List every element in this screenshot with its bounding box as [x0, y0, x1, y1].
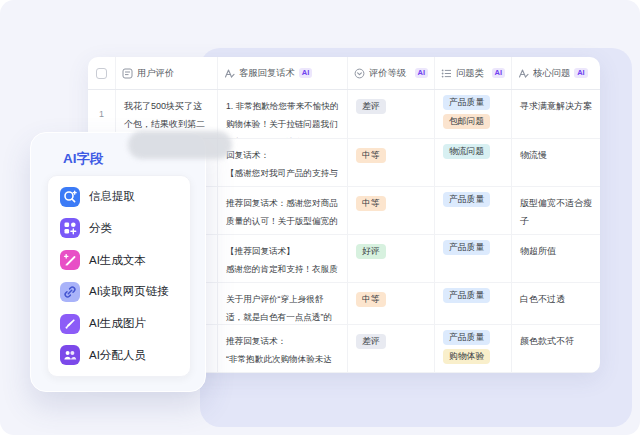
- core-issue-text: 版型偏宽不适合瘦子: [520, 198, 592, 226]
- problem-type-cell[interactable]: 产品质量: [435, 283, 512, 324]
- core-issue-cell[interactable]: 白色不过透: [512, 283, 600, 324]
- service-reply-cell[interactable]: 1. 非常抱歉给您带来不愉快的购物体验！关于拉链问题我们已紧急核查，现决定特批为…: [218, 90, 348, 138]
- ai-field-badge: AI: [492, 68, 506, 78]
- type-badge: 购物体验: [443, 349, 490, 364]
- rating-grade-cell[interactable]: 差评: [348, 325, 435, 372]
- problem-type-cell[interactable]: 物流问题: [435, 139, 512, 186]
- screenshot-root: 用户评价 客服回复话术 AI 评价等级... AI: [0, 0, 640, 435]
- rating-grade-cell[interactable]: 中等: [348, 283, 435, 324]
- menu-item-label: AI生成文本: [89, 253, 146, 268]
- rating-grade-cell[interactable]: 好评: [348, 235, 435, 282]
- redacted-cell-blur: [128, 131, 232, 159]
- grade-badge: 好评: [356, 244, 386, 259]
- ai-fields-title: AI字段: [63, 150, 104, 168]
- ai-read-weblink-icon: [60, 282, 80, 302]
- rating-grade-cell[interactable]: 中等: [348, 187, 435, 234]
- service-reply-cell[interactable]: 回复话术： 【感谢您对我司产品的支持与反馈！关于产品体验，我们很高兴您认可其性能…: [218, 139, 348, 186]
- ai-fields-menu: 信息提取 分类 AI生成文本 AI读取网页链接: [47, 175, 191, 377]
- menu-item-label: AI分配人员: [89, 348, 146, 363]
- column-header-rating-grade[interactable]: 评价等级... AI: [348, 57, 435, 89]
- service-reply-cell[interactable]: 推荐回复话术： “非常抱歉此次购物体验未达您的预期！我们已注意到您反馈的色差、款…: [218, 325, 348, 372]
- type-badge: 产品质量: [443, 330, 490, 345]
- column-label: 评价等级...: [369, 67, 407, 80]
- menu-item-ai-read-weblink[interactable]: AI读取网页链接: [48, 277, 190, 307]
- type-badge: 产品质量: [443, 288, 490, 303]
- reply-text: 推荐回复话术： “非常抱歉此次购物体验未达您的预期！我们已注意到您反馈的色差、款…: [226, 336, 338, 372]
- core-issue-cell[interactable]: 颜色款式不符: [512, 325, 600, 372]
- core-issue-text: 寻求满意解决方案: [520, 101, 592, 111]
- column-header-problem-type[interactable]: 问题类型 (... AI: [435, 57, 512, 89]
- core-issue-cell[interactable]: 物超所值: [512, 235, 600, 282]
- grade-badge: 中等: [356, 196, 386, 211]
- select-all-checkbox[interactable]: [96, 68, 107, 79]
- grade-badge: 中等: [356, 292, 386, 307]
- select-all-cell[interactable]: [88, 57, 116, 89]
- type-badge: 产品质量: [443, 95, 490, 110]
- service-reply-cell[interactable]: 关于用户评价“穿上身很舒适，就是白色有一点点透”的推荐回复话术： 【回复模板】 …: [218, 283, 348, 324]
- ai-fields-panel: AI字段 信息提取 分类 AI生成文本: [30, 132, 206, 392]
- core-issue-text: 物超所值: [520, 246, 556, 256]
- core-issue-text: 物流慢: [520, 150, 547, 160]
- problem-type-cell[interactable]: 产品质量包邮问题: [435, 90, 512, 138]
- grade-badge: 差评: [356, 334, 386, 349]
- multi-select-icon: [441, 68, 452, 79]
- ai-field-badge: AI: [299, 68, 313, 78]
- menu-item-label: 分类: [89, 221, 112, 236]
- service-reply-cell[interactable]: 推荐回复话术：感谢您对商品质量的认可！关于版型偏宽的问题，我们已记录，建议瘦型顾…: [218, 187, 348, 234]
- type-badge: 物流问题: [443, 144, 490, 159]
- single-select-icon: [354, 68, 365, 79]
- core-issue-cell[interactable]: 物流慢: [512, 139, 600, 186]
- menu-item-label: AI生成图片: [89, 316, 146, 331]
- ai-assign-people-icon: [60, 345, 80, 365]
- grade-badge: 差评: [356, 99, 386, 114]
- ai-text-field-icon: [224, 68, 235, 79]
- reply-text: 【推荐回复话术】 感谢您的肯定和支持！衣服质量是我们一直坚持的核心，能超出您的预…: [226, 246, 338, 282]
- core-issue-text: 白色不过透: [520, 294, 565, 304]
- menu-item-label: AI读取网页链接: [89, 284, 169, 299]
- column-label: 用户评价: [137, 67, 174, 80]
- menu-item-ai-assign-people[interactable]: AI分配人员: [48, 340, 190, 370]
- core-issue-cell[interactable]: 寻求满意解决方案: [512, 90, 600, 138]
- menu-item-ai-generate-image[interactable]: AI生成图片: [48, 309, 190, 339]
- ai-generate-image-icon: [60, 314, 80, 334]
- column-label: 核心问题: [533, 67, 570, 80]
- core-issue-cell[interactable]: 版型偏宽不适合瘦子: [512, 187, 600, 234]
- text-field-icon: [122, 68, 133, 79]
- problem-type-cell[interactable]: 产品质量购物体验: [435, 325, 512, 372]
- type-badge: 包邮问题: [443, 114, 490, 129]
- rating-grade-cell[interactable]: 中等: [348, 139, 435, 186]
- core-issue-text: 颜色款式不符: [520, 336, 574, 346]
- ai-field-badge: AI: [574, 68, 588, 78]
- column-label: 客服回复话术: [239, 67, 295, 80]
- menu-item-ai-generate-text[interactable]: AI生成文本: [48, 245, 190, 275]
- type-badge: 产品质量: [443, 240, 490, 255]
- column-header-core-issue[interactable]: 核心问题 AI: [512, 57, 600, 89]
- grade-badge: 中等: [356, 148, 386, 163]
- classify-icon: [60, 218, 80, 238]
- reply-text: 推荐回复话术：感谢您对商品质量的认可！关于版型偏宽的问题，我们已记录，建议瘦型顾…: [226, 198, 338, 234]
- reply-text: 回复话术： 【感谢您对我司产品的支持与反馈！关于产品体验，我们很高兴您认可其性能…: [226, 150, 338, 186]
- service-reply-cell[interactable]: 【推荐回复话术】 感谢您的肯定和支持！衣服质量是我们一直坚持的核心，能超出您的预…: [218, 235, 348, 282]
- ai-text-field-icon: [518, 68, 529, 79]
- problem-type-cell[interactable]: 产品质量: [435, 187, 512, 234]
- reply-text: 关于用户评价“穿上身很舒适，就是白色有一点点透”的推荐回复话术： 【回复模板】 …: [226, 294, 332, 324]
- table-header-row: 用户评价 客服回复话术 AI 评价等级... AI: [88, 57, 600, 90]
- type-badge: 产品质量: [443, 192, 490, 207]
- column-header-service-reply[interactable]: 客服回复话术 AI: [218, 57, 348, 89]
- info-extract-icon: [60, 187, 80, 207]
- row-number: 1: [99, 95, 104, 133]
- menu-item-label: 信息提取: [89, 189, 135, 204]
- column-header-user-review[interactable]: 用户评价: [116, 57, 218, 89]
- menu-item-classify[interactable]: 分类: [48, 213, 190, 243]
- row-number-cell[interactable]: 1: [88, 90, 116, 138]
- menu-item-info-extract[interactable]: 信息提取: [48, 182, 190, 212]
- reply-text: 1. 非常抱歉给您带来不愉快的购物体验！关于拉链问题我们已紧急核查，现决定特批为…: [226, 101, 339, 138]
- ai-generate-text-icon: [60, 250, 80, 270]
- rating-grade-cell[interactable]: 差评: [348, 90, 435, 138]
- column-label: 问题类型 (...: [456, 67, 484, 80]
- problem-type-cell[interactable]: 产品质量: [435, 235, 512, 282]
- ai-field-badge: AI: [415, 68, 429, 78]
